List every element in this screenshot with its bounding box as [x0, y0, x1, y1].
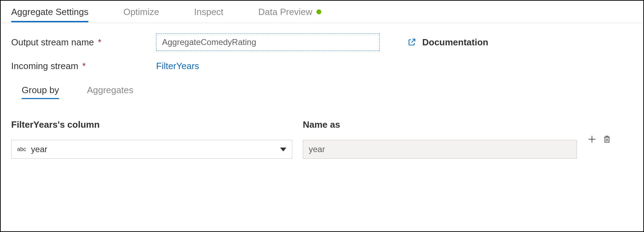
group-by-columns: FilterYears's column abc year Name as [11, 119, 633, 159]
type-badge: abc [17, 146, 26, 152]
tab-data-preview[interactable]: Data Preview [258, 2, 322, 22]
required-asterisk-icon: * [82, 61, 86, 71]
subtab-group-by[interactable]: Group by [22, 82, 59, 98]
tab-label: Inspect [194, 7, 224, 17]
output-stream-row: Output stream name * Documentation [11, 33, 633, 51]
aggregate-settings-panel: Aggregate Settings Optimize Inspect Data… [0, 0, 644, 232]
label-text: Output stream name [11, 37, 94, 47]
status-dot-icon [316, 9, 321, 14]
column-value: year [31, 144, 47, 154]
documentation-link[interactable]: Documentation [408, 37, 488, 48]
source-column-header: FilterYears's column [11, 119, 292, 130]
name-as-group: Name as [303, 119, 577, 159]
output-stream-label: Output stream name * [11, 37, 156, 48]
source-column-group: FilterYears's column abc year [11, 119, 292, 159]
subtab-label: Group by [22, 85, 59, 95]
required-asterisk-icon: * [98, 37, 101, 47]
incoming-stream-row: Incoming stream * FilterYears [11, 61, 633, 72]
external-link-icon [408, 38, 416, 46]
label-text: Incoming stream [11, 61, 78, 71]
documentation-label: Documentation [422, 37, 488, 48]
row-actions [587, 135, 611, 144]
tab-optimize[interactable]: Optimize [123, 2, 159, 22]
main-tabs: Aggregate Settings Optimize Inspect Data… [1, 1, 643, 23]
tab-aggregate-settings[interactable]: Aggregate Settings [11, 2, 88, 22]
delete-row-button[interactable] [603, 135, 611, 144]
tab-inspect[interactable]: Inspect [194, 2, 224, 22]
name-as-header: Name as [303, 119, 577, 130]
content-area: Output stream name * Documentation Incom… [1, 23, 643, 159]
chevron-down-icon [280, 148, 286, 151]
tab-label: Optimize [123, 7, 159, 17]
add-row-button[interactable] [587, 135, 597, 144]
tab-label: Data Preview [258, 7, 313, 17]
column-dropdown[interactable]: abc year [11, 140, 292, 159]
incoming-stream-link[interactable]: FilterYears [156, 61, 199, 72]
sub-tabs: Group by Aggregates [22, 82, 633, 98]
name-as-input[interactable] [303, 140, 577, 159]
subtab-label: Aggregates [87, 85, 133, 95]
incoming-stream-label: Incoming stream * [11, 61, 156, 72]
subtab-aggregates[interactable]: Aggregates [87, 82, 133, 98]
tab-label: Aggregate Settings [11, 7, 88, 17]
output-stream-name-input[interactable] [156, 33, 380, 51]
